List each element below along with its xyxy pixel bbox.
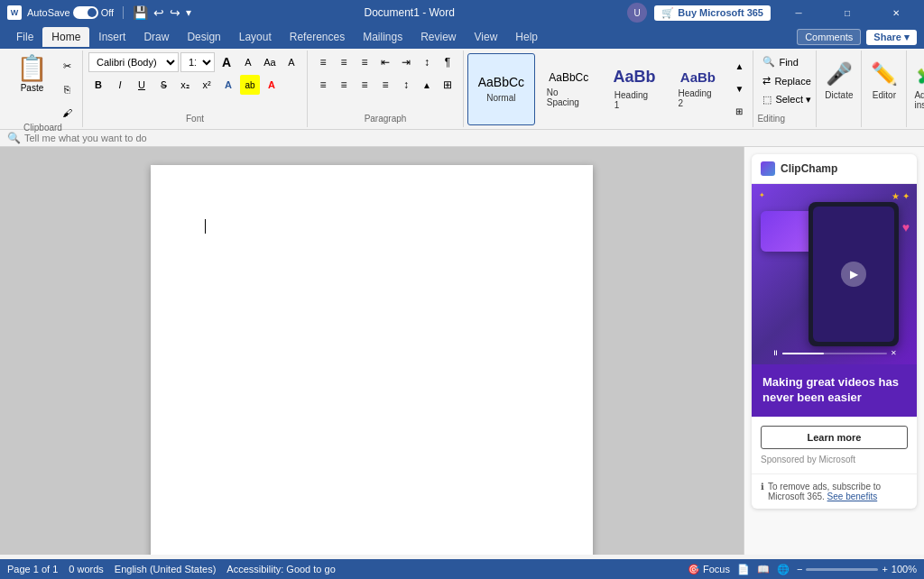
multilevel-list-button[interactable]: ≡ <box>355 52 374 72</box>
web-layout-button[interactable]: 🌐 <box>777 564 790 575</box>
font-row-2: B I U S̶ x₂ x² A ab A <box>88 75 301 95</box>
learn-more-button[interactable]: Learn more <box>761 426 908 449</box>
style-normal[interactable]: AaBbCc Normal <box>467 53 535 125</box>
select-button[interactable]: ⬚ Select ▾ <box>757 92 812 107</box>
zoom-out-button[interactable]: − <box>797 564 802 574</box>
increase-indent-button[interactable]: ⇥ <box>396 52 416 72</box>
styles-up-button[interactable]: ▲ <box>731 57 747 77</box>
bold-button[interactable]: B <box>88 75 108 95</box>
text-effects-button[interactable]: A <box>218 75 238 95</box>
tell-me-input[interactable] <box>24 133 917 143</box>
italic-button[interactable]: I <box>110 75 130 95</box>
buy-microsoft-365-button[interactable]: 🛒 Buy Microsoft 365 <box>654 5 771 21</box>
justify-button[interactable]: ≡ <box>375 75 395 95</box>
decrease-indent-button[interactable]: ⇤ <box>375 52 395 72</box>
tab-mailings[interactable]: Mailings <box>354 27 411 47</box>
undo-icon[interactable]: ↩ <box>153 5 164 20</box>
document-page[interactable] <box>151 165 593 555</box>
style-no-spacing[interactable]: AaBbCc No Spacing <box>535 53 603 125</box>
tab-view[interactable]: View <box>466 27 507 47</box>
tab-review[interactable]: Review <box>411 27 465 47</box>
clear-format-button[interactable]: A <box>282 52 301 72</box>
tab-help[interactable]: Help <box>506 27 547 47</box>
document-area[interactable] <box>0 147 744 555</box>
change-case-button[interactable]: Aa <box>260 52 280 72</box>
styles-down-button[interactable]: ▼ <box>731 79 747 99</box>
superscript-button[interactable]: x² <box>197 75 217 95</box>
dictate-button[interactable]: 🎤 <box>826 61 853 87</box>
user-avatar[interactable]: U <box>627 3 647 23</box>
save-icon[interactable]: 💾 <box>133 5 148 20</box>
focus-button[interactable]: 🎯 Focus <box>688 564 730 575</box>
zoom-control: − + 100% <box>797 564 917 574</box>
copy-button[interactable]: ⎘ <box>57 79 77 99</box>
align-left-button[interactable]: ≡ <box>313 75 333 95</box>
style-items: AaBbCc Normal AaBbCc No Spacing AaBb Hea… <box>467 53 729 125</box>
ad-bottom: Learn more Sponsored by Microsoft <box>752 417 917 473</box>
show-formatting-button[interactable]: ¶ <box>438 52 457 72</box>
addins-button[interactable]: 🧩 <box>916 61 924 87</box>
font-shrink-button[interactable]: A <box>238 52 258 72</box>
font-color-button[interactable]: A <box>262 75 282 95</box>
read-mode-button[interactable]: 📖 <box>757 564 770 575</box>
maximize-button[interactable]: □ <box>827 0 868 25</box>
ad-sidebar: ClipChamp ★ ✦ ✦ ▶ ♥ ⏸ ✕ <box>744 147 924 555</box>
style-heading1[interactable]: AaBb Heading 1 <box>603 53 667 125</box>
styles-arrow-controls: ▲ ▼ ⊞ <box>729 53 749 125</box>
style-normal-preview: AaBbCc <box>478 75 524 89</box>
title-bar-right: U 🛒 Buy Microsoft 365 ─ □ ✕ <box>627 0 917 25</box>
close-button[interactable]: ✕ <box>875 0 917 25</box>
text-cursor <box>205 219 206 234</box>
format-painter-button[interactable]: 🖌 <box>57 103 77 123</box>
ribbon-right: Comments Share ▾ <box>797 29 917 45</box>
text-highlight-button[interactable]: ab <box>240 75 260 95</box>
tab-home[interactable]: Home <box>42 27 89 47</box>
tab-layout[interactable]: Layout <box>230 27 281 47</box>
print-layout-button[interactable]: 📄 <box>737 564 750 575</box>
styles-expand-button[interactable]: ⊞ <box>731 102 747 122</box>
tab-file[interactable]: File <box>7 27 42 47</box>
bullet-list-button[interactable]: ≡ <box>313 52 333 72</box>
font-size-select[interactable]: 11 <box>180 52 215 72</box>
customize-icon[interactable]: ▾ <box>186 6 191 19</box>
replace-icon: ⇄ <box>762 75 771 87</box>
share-button[interactable]: Share ▾ <box>866 30 917 45</box>
line-spacing-button[interactable]: ↕ <box>396 75 416 95</box>
strikethrough-button[interactable]: S̶ <box>153 75 173 95</box>
tab-design[interactable]: Design <box>178 27 229 47</box>
align-right-button[interactable]: ≡ <box>355 75 374 95</box>
clipchamp-brand: ClipChamp <box>781 162 837 175</box>
cut-button[interactable]: ✂ <box>57 56 77 76</box>
replace-button[interactable]: ⇄ Replace <box>757 73 812 88</box>
tab-references[interactable]: References <box>281 27 354 47</box>
sort-button[interactable]: ↕ <box>417 52 437 72</box>
zoom-slider[interactable] <box>806 568 878 571</box>
shading-button[interactable]: ▲ <box>417 75 437 95</box>
font-grow-button[interactable]: A <box>217 52 236 72</box>
style-heading2[interactable]: AaBb Heading 2 <box>666 53 729 125</box>
number-list-button[interactable]: ≡ <box>334 52 354 72</box>
doc-title: Document1 - Word <box>364 6 454 19</box>
subscript-button[interactable]: x₂ <box>175 75 195 95</box>
comments-button[interactable]: Comments <box>797 29 861 45</box>
autosave-toggle[interactable] <box>73 6 98 19</box>
zoom-in-button[interactable]: + <box>882 564 887 574</box>
font-family-select[interactable]: Calibri (Body) <box>88 52 179 72</box>
ad-headline: Making great videos has never been easie… <box>762 375 906 406</box>
tab-insert[interactable]: Insert <box>89 27 134 47</box>
autosave-state: Off <box>101 7 114 18</box>
paste-button[interactable]: 📋 Paste <box>9 52 55 96</box>
title-bar: W AutoSave Off 💾 ↩ ↪ ▾ Document1 - Word … <box>0 0 924 25</box>
find-button[interactable]: 🔍 Find <box>757 54 812 69</box>
see-benefits-link[interactable]: See benefits <box>827 492 878 501</box>
addins-label: Add-ins <box>914 90 924 110</box>
underline-button[interactable]: U <box>132 75 152 95</box>
minimize-button[interactable]: ─ <box>778 0 819 25</box>
find-icon: 🔍 <box>762 56 775 68</box>
borders-button[interactable]: ⊞ <box>438 75 457 95</box>
redo-icon[interactable]: ↪ <box>170 5 180 20</box>
tab-draw[interactable]: Draw <box>134 27 178 47</box>
align-center-button[interactable]: ≡ <box>334 75 354 95</box>
autosave-control[interactable]: AutoSave Off <box>27 6 114 19</box>
editor-button[interactable]: ✏️ <box>871 61 898 87</box>
